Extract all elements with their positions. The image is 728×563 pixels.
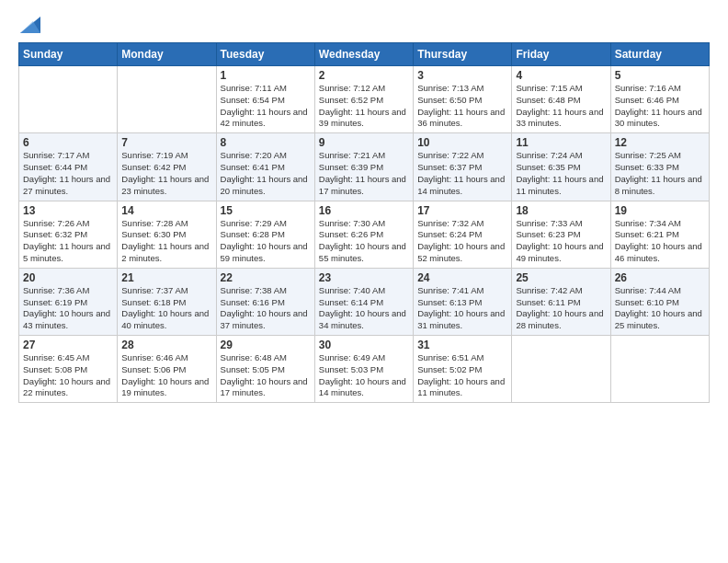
day-info: Sunrise: 6:48 AM Sunset: 5:05 PM Dayligh… <box>221 352 311 399</box>
day-info: Sunrise: 7:41 AM Sunset: 6:13 PM Dayligh… <box>417 285 507 332</box>
week-row-5: 27Sunrise: 6:45 AM Sunset: 5:08 PM Dayli… <box>19 336 710 403</box>
day-number: 10 <box>417 136 507 149</box>
calendar-cell: 6Sunrise: 7:17 AM Sunset: 6:44 PM Daylig… <box>19 133 118 201</box>
week-row-1: 1Sunrise: 7:11 AM Sunset: 6:54 PM Daylig… <box>19 66 710 133</box>
calendar-cell: 4Sunrise: 7:15 AM Sunset: 6:48 PM Daylig… <box>512 66 610 133</box>
day-info: Sunrise: 7:22 AM Sunset: 6:37 PM Dayligh… <box>417 150 507 197</box>
day-info: Sunrise: 7:32 AM Sunset: 6:24 PM Dayligh… <box>417 218 507 265</box>
day-info: Sunrise: 7:20 AM Sunset: 6:41 PM Dayligh… <box>221 150 311 197</box>
calendar-cell: 12Sunrise: 7:25 AM Sunset: 6:33 PM Dayli… <box>610 133 709 201</box>
day-number: 21 <box>121 271 211 284</box>
calendar-cell: 29Sunrise: 6:48 AM Sunset: 5:05 PM Dayli… <box>216 336 314 403</box>
day-number: 17 <box>417 204 507 217</box>
day-info: Sunrise: 7:16 AM Sunset: 6:46 PM Dayligh… <box>615 83 705 130</box>
calendar-cell: 14Sunrise: 7:28 AM Sunset: 6:30 PM Dayli… <box>118 201 216 268</box>
day-info: Sunrise: 7:42 AM Sunset: 6:11 PM Dayligh… <box>516 285 606 332</box>
calendar-cell <box>610 336 709 403</box>
header <box>18 17 710 33</box>
day-number: 14 <box>121 204 211 217</box>
day-info: Sunrise: 7:28 AM Sunset: 6:30 PM Dayligh… <box>121 218 211 265</box>
day-info: Sunrise: 7:33 AM Sunset: 6:23 PM Dayligh… <box>516 218 606 265</box>
day-number: 3 <box>417 69 507 82</box>
day-info: Sunrise: 7:38 AM Sunset: 6:16 PM Dayligh… <box>221 285 311 332</box>
calendar-cell: 8Sunrise: 7:20 AM Sunset: 6:41 PM Daylig… <box>216 133 314 201</box>
day-info: Sunrise: 7:13 AM Sunset: 6:50 PM Dayligh… <box>417 83 507 130</box>
logo-icon <box>20 17 40 33</box>
day-number: 2 <box>319 69 409 82</box>
day-info: Sunrise: 6:46 AM Sunset: 5:06 PM Dayligh… <box>121 352 211 399</box>
calendar-cell: 26Sunrise: 7:44 AM Sunset: 6:10 PM Dayli… <box>610 268 709 335</box>
calendar-cell: 28Sunrise: 6:46 AM Sunset: 5:06 PM Dayli… <box>118 336 216 403</box>
day-number: 26 <box>615 271 705 284</box>
day-number: 7 <box>121 136 211 149</box>
week-row-4: 20Sunrise: 7:36 AM Sunset: 6:19 PM Dayli… <box>19 268 710 335</box>
day-info: Sunrise: 7:24 AM Sunset: 6:35 PM Dayligh… <box>516 150 606 197</box>
day-number: 4 <box>516 69 606 82</box>
column-header-tuesday: Tuesday <box>216 43 314 66</box>
calendar-cell: 5Sunrise: 7:16 AM Sunset: 6:46 PM Daylig… <box>610 66 709 133</box>
day-number: 19 <box>615 204 705 217</box>
calendar-cell: 9Sunrise: 7:21 AM Sunset: 6:39 PM Daylig… <box>314 133 413 201</box>
day-info: Sunrise: 7:11 AM Sunset: 6:54 PM Dayligh… <box>221 83 311 130</box>
day-number: 29 <box>221 339 311 351</box>
day-number: 24 <box>417 271 507 284</box>
day-number: 18 <box>516 204 606 217</box>
day-number: 16 <box>319 204 409 217</box>
day-number: 25 <box>516 271 606 284</box>
calendar-cell: 21Sunrise: 7:37 AM Sunset: 6:18 PM Dayli… <box>118 268 216 335</box>
day-info: Sunrise: 7:26 AM Sunset: 6:32 PM Dayligh… <box>23 218 113 265</box>
week-row-3: 13Sunrise: 7:26 AM Sunset: 6:32 PM Dayli… <box>19 201 710 268</box>
day-info: Sunrise: 7:15 AM Sunset: 6:48 PM Dayligh… <box>516 83 606 130</box>
calendar-cell: 11Sunrise: 7:24 AM Sunset: 6:35 PM Dayli… <box>512 133 610 201</box>
column-header-wednesday: Wednesday <box>314 43 413 66</box>
column-header-friday: Friday <box>512 43 610 66</box>
calendar-cell: 15Sunrise: 7:29 AM Sunset: 6:28 PM Dayli… <box>216 201 314 268</box>
calendar-cell: 24Sunrise: 7:41 AM Sunset: 6:13 PM Dayli… <box>414 268 512 335</box>
day-info: Sunrise: 7:37 AM Sunset: 6:18 PM Dayligh… <box>121 285 211 332</box>
day-number: 23 <box>319 271 409 284</box>
day-number: 13 <box>23 204 113 217</box>
calendar-cell: 2Sunrise: 7:12 AM Sunset: 6:52 PM Daylig… <box>314 66 413 133</box>
day-number: 5 <box>615 69 705 82</box>
day-number: 20 <box>23 271 113 284</box>
calendar-cell <box>512 336 610 403</box>
day-info: Sunrise: 7:34 AM Sunset: 6:21 PM Dayligh… <box>615 218 705 265</box>
calendar-cell: 30Sunrise: 6:49 AM Sunset: 5:03 PM Dayli… <box>314 336 413 403</box>
page: SundayMondayTuesdayWednesdayThursdayFrid… <box>0 0 728 563</box>
day-info: Sunrise: 7:40 AM Sunset: 6:14 PM Dayligh… <box>319 285 409 332</box>
calendar-cell: 13Sunrise: 7:26 AM Sunset: 6:32 PM Dayli… <box>19 201 118 268</box>
column-header-monday: Monday <box>118 43 216 66</box>
day-number: 28 <box>121 339 211 351</box>
calendar-cell <box>19 66 118 133</box>
column-header-sunday: Sunday <box>19 43 118 66</box>
calendar-cell: 7Sunrise: 7:19 AM Sunset: 6:42 PM Daylig… <box>118 133 216 201</box>
calendar-cell: 27Sunrise: 6:45 AM Sunset: 5:08 PM Dayli… <box>19 336 118 403</box>
day-info: Sunrise: 7:44 AM Sunset: 6:10 PM Dayligh… <box>615 285 705 332</box>
day-number: 30 <box>319 339 409 351</box>
calendar-cell: 1Sunrise: 7:11 AM Sunset: 6:54 PM Daylig… <box>216 66 314 133</box>
calendar-cell: 16Sunrise: 7:30 AM Sunset: 6:26 PM Dayli… <box>314 201 413 268</box>
day-number: 9 <box>319 136 409 149</box>
day-info: Sunrise: 7:36 AM Sunset: 6:19 PM Dayligh… <box>23 285 113 332</box>
column-header-row: SundayMondayTuesdayWednesdayThursdayFrid… <box>19 43 710 66</box>
calendar-cell: 19Sunrise: 7:34 AM Sunset: 6:21 PM Dayli… <box>610 201 709 268</box>
day-info: Sunrise: 6:51 AM Sunset: 5:02 PM Dayligh… <box>417 352 507 399</box>
calendar-cell: 10Sunrise: 7:22 AM Sunset: 6:37 PM Dayli… <box>414 133 512 201</box>
day-number: 27 <box>23 339 113 351</box>
day-number: 22 <box>221 271 311 284</box>
day-number: 1 <box>221 69 311 82</box>
calendar-cell: 17Sunrise: 7:32 AM Sunset: 6:24 PM Dayli… <box>414 201 512 268</box>
day-number: 15 <box>221 204 311 217</box>
day-info: Sunrise: 7:12 AM Sunset: 6:52 PM Dayligh… <box>319 83 409 130</box>
calendar-cell: 25Sunrise: 7:42 AM Sunset: 6:11 PM Dayli… <box>512 268 610 335</box>
calendar-cell: 22Sunrise: 7:38 AM Sunset: 6:16 PM Dayli… <box>216 268 314 335</box>
calendar-table: SundayMondayTuesdayWednesdayThursdayFrid… <box>18 42 710 403</box>
week-row-2: 6Sunrise: 7:17 AM Sunset: 6:44 PM Daylig… <box>19 133 710 201</box>
calendar-cell <box>118 66 216 133</box>
calendar-cell: 20Sunrise: 7:36 AM Sunset: 6:19 PM Dayli… <box>19 268 118 335</box>
day-info: Sunrise: 7:19 AM Sunset: 6:42 PM Dayligh… <box>121 150 211 197</box>
calendar-cell: 31Sunrise: 6:51 AM Sunset: 5:02 PM Dayli… <box>414 336 512 403</box>
day-info: Sunrise: 7:17 AM Sunset: 6:44 PM Dayligh… <box>23 150 113 197</box>
column-header-thursday: Thursday <box>414 43 512 66</box>
logo <box>18 17 40 33</box>
